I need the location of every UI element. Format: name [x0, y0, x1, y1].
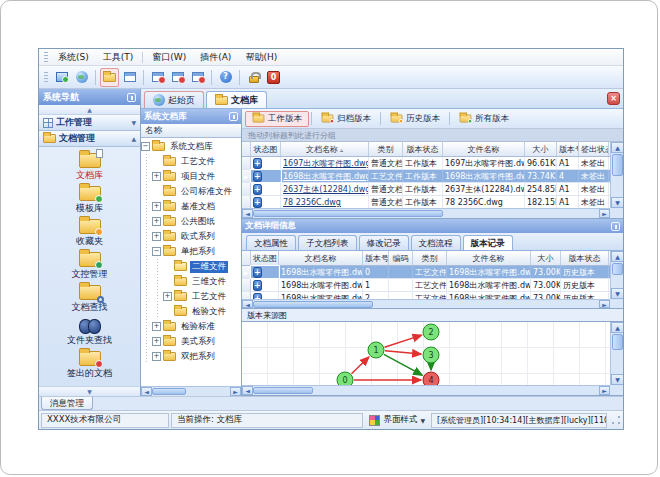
tree-expander-icon[interactable]: − — [141, 142, 150, 151]
tree-hscrollbar[interactable]: ◄ ► — [141, 386, 241, 396]
column-header-1[interactable]: 状态图 — [251, 142, 281, 156]
sidebar-item-template-library[interactable]: 模板库 — [44, 185, 136, 216]
tree-node[interactable]: +欧式系列 — [141, 229, 241, 244]
tree-column-header[interactable]: 名称 — [141, 124, 241, 138]
table-row[interactable]: ▶+1698出水嘴零件图.dwg工艺文件工作版本1698出水嘴零件图.dwg73… — [242, 170, 610, 183]
toolbar-grip[interactable] — [44, 72, 48, 83]
column-header-5[interactable]: 文件名称 — [443, 142, 525, 156]
main-table-hscrollbar[interactable]: ◄ ► — [242, 208, 610, 218]
sidebar-group-work[interactable]: 工作管理▼ — [39, 115, 140, 131]
detail-tab-4[interactable]: 文档流程 — [411, 235, 461, 250]
column-header-4[interactable]: 编码 — [389, 251, 413, 265]
column-header-3[interactable]: 版本号 — [363, 251, 389, 265]
scroll-up-icon[interactable]: ▲ — [611, 142, 624, 153]
detail-tab-1[interactable]: 文档属性 — [246, 235, 296, 250]
toolbar-button-window-stop-badge[interactable] — [188, 68, 207, 87]
table-row[interactable]: +1698出水嘴零件图.dwg1工艺文件1698出水嘴零件图.dwg73.00K… — [242, 279, 610, 292]
menu-item-5[interactable]: 帮助(H) — [238, 50, 284, 65]
tree-node[interactable]: −系统文档库 — [141, 139, 241, 154]
tree-node[interactable]: 公司标准文件 — [141, 184, 241, 199]
sidebar-item-folder-search[interactable]: 文件夹查找 — [44, 317, 136, 348]
scrollbar-thumb[interactable] — [612, 263, 623, 275]
scroll-down-icon[interactable]: ▼ — [611, 374, 624, 385]
tree-expander-icon[interactable]: + — [152, 217, 161, 226]
scroll-left-icon[interactable]: ◄ — [242, 209, 253, 218]
sidebar-item-favorites[interactable]: 收藏夹 — [44, 218, 136, 249]
tab-message-management[interactable]: 消息管理 — [41, 397, 93, 410]
scroll-left-icon[interactable]: ◄ — [242, 300, 253, 308]
button-history-version[interactable]: 历史版本 — [383, 111, 447, 127]
column-header-7[interactable]: 大小 — [531, 251, 561, 265]
toolbar-button-screen[interactable] — [52, 68, 71, 87]
sidebar-item-doc-control[interactable]: 文控管理 — [44, 251, 136, 282]
scroll-right-icon[interactable]: ► — [599, 386, 610, 395]
graph-vscrollbar[interactable]: ▲ ▼ — [610, 322, 623, 385]
table-row[interactable]: +78 2356C.dwg普通文档工作版本78 2356C.dwg182.15K… — [242, 196, 610, 208]
tab-doc-library[interactable]: 文档库 — [206, 91, 267, 108]
ui-style-dropdown[interactable]: 界面样式 ▼ — [365, 414, 429, 426]
column-header-3[interactable]: 类别 — [369, 142, 403, 156]
toolbar-button-window-alert-badge[interactable] — [168, 68, 187, 87]
detail-tab-2[interactable]: 子文档列表 — [298, 235, 357, 250]
scroll-up-icon[interactable]: ▲ — [611, 322, 624, 333]
scroll-right-icon[interactable]: ► — [230, 387, 241, 396]
tree-expander-icon[interactable]: + — [152, 232, 161, 241]
sidebar-item-checked-out-docs[interactable]: 签出的文档 — [44, 350, 136, 381]
scroll-left-icon[interactable]: ◄ — [141, 387, 152, 396]
tree-node[interactable]: −单把系列 — [141, 244, 241, 259]
toolbar-button-folder-window[interactable] — [100, 68, 119, 87]
tab-start-page[interactable]: 起始页 — [144, 91, 204, 108]
tree-expander-icon[interactable]: + — [152, 322, 161, 331]
column-header-2[interactable]: 文档名称 ▵ — [281, 142, 369, 156]
toolbar-button-help[interactable]: ? — [216, 68, 235, 87]
toolbar-button-table-window[interactable] — [120, 68, 139, 87]
column-header-5[interactable]: 类别 — [413, 251, 447, 265]
tree-node[interactable]: 检验文件 — [141, 304, 241, 319]
scroll-up-icon[interactable]: ▲ — [611, 251, 624, 262]
sidebar-group-document[interactable]: 文档管理▲ — [39, 131, 140, 147]
tree-expander-icon[interactable]: + — [152, 337, 161, 346]
sidebar-scroll-up[interactable]: ▲ — [39, 105, 140, 115]
detail-tab-5[interactable]: 版本记录 — [463, 235, 513, 250]
scrollbar-thumb[interactable] — [152, 388, 186, 395]
button-all-versions[interactable]: 所有版本 — [452, 111, 516, 127]
detail-table-vscrollbar[interactable]: ▲ ▼ — [610, 251, 623, 299]
menu-item-2[interactable]: 工具(T) — [96, 50, 141, 65]
tree-node[interactable]: +项目文件 — [141, 169, 241, 184]
scroll-right-icon[interactable]: ► — [599, 209, 610, 218]
tree-node[interactable]: +工艺文件 — [141, 289, 241, 304]
scrollbar-thumb[interactable] — [253, 301, 373, 308]
detail-tab-3[interactable]: 修改记录 — [359, 235, 409, 250]
pin-icon[interactable] — [127, 93, 136, 102]
tree-expander-icon[interactable]: + — [163, 292, 172, 301]
scrollbar-thumb[interactable] — [253, 387, 313, 394]
tree-node[interactable]: +双把系列 — [141, 349, 241, 364]
menu-item-1[interactable]: 系统(S) — [51, 50, 96, 65]
scrollbar-thumb[interactable] — [253, 210, 443, 217]
graph-hscrollbar[interactable]: ◄ ► — [242, 385, 610, 395]
button-work-version[interactable]: 工作版本 — [245, 111, 309, 127]
sidebar-item-doc-library[interactable]: 文档库 — [44, 152, 136, 183]
column-header-6[interactable]: 大小 — [525, 142, 557, 156]
menu-grip[interactable] — [44, 52, 48, 63]
table-row[interactable]: +1698出水嘴零件图.dwg2工艺文件1698出水嘴零件图.dwg73.00K… — [242, 292, 610, 299]
toolbar-button-window-close-badge[interactable] — [148, 68, 167, 87]
column-header-1[interactable]: 状态图 — [251, 251, 279, 265]
tree-expander-icon[interactable]: + — [152, 202, 161, 211]
tree-node[interactable]: +检验标准 — [141, 319, 241, 334]
menu-item-3[interactable]: 窗口(W) — [145, 50, 193, 65]
pin-icon[interactable] — [229, 112, 238, 121]
toolbar-button-globe[interactable] — [72, 68, 91, 87]
close-tab-icon[interactable]: × — [607, 92, 620, 105]
tree-node[interactable]: 三维文件 — [141, 274, 241, 289]
tree-node[interactable]: +美式系列 — [141, 334, 241, 349]
tree-node[interactable]: +基准文档 — [141, 199, 241, 214]
tree-node[interactable]: 二维文件 — [141, 259, 241, 274]
tree-node[interactable]: +公共图纸 — [141, 214, 241, 229]
menu-item-4[interactable]: 插件(A) — [193, 50, 238, 65]
table-row[interactable]: ▶+1698出水嘴零件图.dwg0工艺文件1698出水嘴零件图.dwg73.00… — [242, 266, 610, 279]
resize-grip[interactable] — [611, 415, 621, 425]
toolbar-button-exit[interactable]: 0 — [264, 68, 283, 87]
toolbar-button-lock[interactable] — [244, 68, 263, 87]
column-header-6[interactable]: 文件名称 — [447, 251, 531, 265]
